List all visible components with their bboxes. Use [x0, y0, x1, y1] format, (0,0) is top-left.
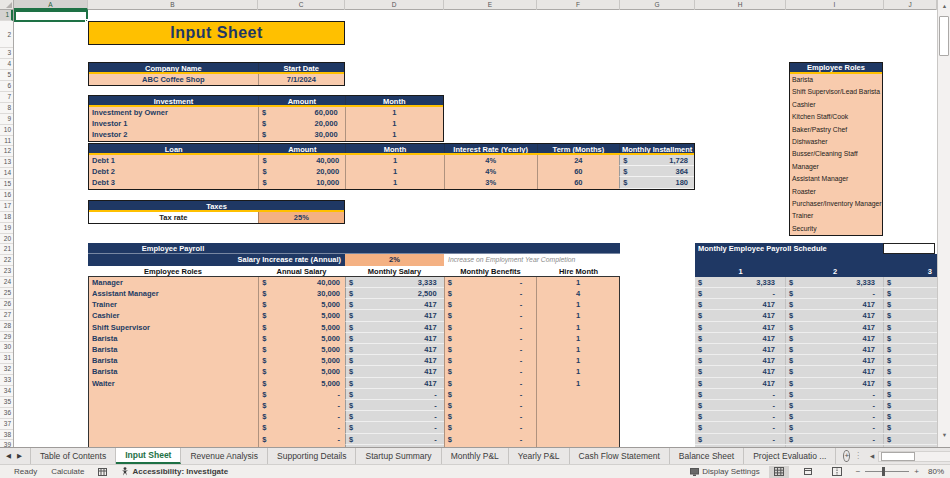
- horizontal-scroll-track[interactable]: [878, 451, 950, 462]
- schedule-month2-cell[interactable]: $417: [786, 333, 884, 343]
- row-header[interactable]: 37: [0, 419, 13, 430]
- column-header[interactable]: I: [786, 0, 884, 10]
- monthly-benefits-column-header[interactable]: Monthly Benefits: [444, 266, 537, 276]
- month-2-header-cell[interactable]: 2: [786, 266, 884, 277]
- payroll-annual-cell[interactable]: $30,000: [258, 288, 345, 299]
- row-header[interactable]: 18: [0, 212, 13, 223]
- payroll-hire-month-cell[interactable]: 1: [536, 344, 619, 355]
- loan-term-cell[interactable]: 60: [537, 166, 620, 177]
- schedule-month2-cell[interactable]: $-: [786, 434, 884, 444]
- role-item-cell[interactable]: Manager: [790, 161, 882, 173]
- month-3-header-cell[interactable]: 3: [884, 266, 937, 277]
- schedule-month2-cell[interactable]: $417: [786, 299, 884, 309]
- scroll-up-icon[interactable]: ▲: [938, 0, 950, 13]
- payroll-hire-month-cell[interactable]: [536, 389, 619, 400]
- payroll-role-cell[interactable]: Cashier: [89, 310, 258, 321]
- loan-header-cell[interactable]: Loan: [89, 144, 258, 153]
- payroll-annual-cell[interactable]: $5,000: [258, 355, 345, 366]
- payroll-hire-month-cell[interactable]: [536, 411, 619, 422]
- schedule-month3-cell[interactable]: $: [884, 344, 937, 354]
- schedule-month1-cell[interactable]: $417: [695, 299, 786, 309]
- payroll-hire-month-cell[interactable]: 1: [536, 310, 619, 321]
- column-header[interactable]: G: [620, 0, 695, 10]
- row-header[interactable]: 35: [0, 397, 13, 408]
- schedule-month1-cell[interactable]: $3,333: [695, 277, 786, 287]
- row-header[interactable]: 4: [0, 59, 13, 70]
- row-header[interactable]: 24: [0, 277, 13, 288]
- schedule-month3-cell[interactable]: $: [884, 411, 937, 421]
- payroll-hire-month-cell[interactable]: [536, 400, 619, 411]
- payroll-role-cell[interactable]: [89, 400, 258, 411]
- schedule-month3-cell[interactable]: $: [884, 434, 937, 444]
- taxes-header-cell[interactable]: Taxes: [89, 201, 344, 210]
- payroll-annual-cell[interactable]: $-: [258, 389, 345, 400]
- column-header[interactable]: H: [695, 0, 786, 10]
- row-header[interactable]: 38: [0, 430, 13, 441]
- payroll-benefits-cell[interactable]: $-: [444, 389, 537, 400]
- payroll-benefits-cell[interactable]: $-: [444, 422, 537, 433]
- payroll-hire-month-cell[interactable]: 1: [536, 333, 619, 344]
- schedule-month3-cell[interactable]: $: [884, 389, 937, 399]
- payroll-benefits-cell[interactable]: $-: [444, 355, 537, 366]
- loan-term-cell[interactable]: 60: [537, 177, 620, 188]
- payroll-benefits-cell[interactable]: $-: [444, 322, 537, 333]
- schedule-month3-cell[interactable]: $: [884, 366, 937, 376]
- amount-header-cell[interactable]: Amount: [258, 96, 345, 105]
- schedule-month2-cell[interactable]: $417: [786, 366, 884, 376]
- tax-rate-value-cell[interactable]: 25%: [258, 212, 344, 223]
- investment-month-cell[interactable]: 1: [345, 107, 443, 118]
- vertical-scroll-thumb[interactable]: [939, 16, 949, 56]
- row-header[interactable]: 30: [0, 342, 13, 353]
- schedule-month3-cell[interactable]: $: [884, 277, 937, 287]
- payroll-benefits-cell[interactable]: $-: [444, 277, 537, 288]
- schedule-month3-cell[interactable]: $: [884, 355, 937, 365]
- row-header[interactable]: 13: [0, 157, 13, 168]
- schedule-month3-cell[interactable]: $: [884, 288, 937, 298]
- payroll-role-cell[interactable]: Manager: [89, 277, 258, 288]
- sheet-title-cell[interactable]: Input Sheet: [88, 21, 345, 45]
- payroll-monthly-cell[interactable]: $417: [345, 299, 444, 310]
- payroll-role-cell[interactable]: Barista: [89, 366, 258, 377]
- schedule-month3-cell[interactable]: $: [884, 422, 937, 432]
- payroll-annual-cell[interactable]: $40,000: [258, 277, 345, 288]
- payroll-benefits-cell[interactable]: $-: [444, 288, 537, 299]
- payroll-monthly-cell[interactable]: $417: [345, 366, 444, 377]
- loan-amount-cell[interactable]: $20,000: [258, 166, 345, 177]
- payroll-benefits-cell[interactable]: $-: [444, 333, 537, 344]
- interest-rate-header-cell[interactable]: Interest Rate (Yearly): [444, 144, 537, 153]
- salary-increase-label-cell[interactable]: Salary Increase rate (Annual): [88, 254, 345, 265]
- investment-amount-cell[interactable]: $20,000: [258, 118, 345, 129]
- payroll-hire-month-cell[interactable]: 4: [536, 288, 619, 299]
- payroll-role-cell[interactable]: Shift Supervisor: [89, 322, 258, 333]
- row-header[interactable]: 17: [0, 201, 13, 212]
- role-item-cell[interactable]: Busser/Cleaning Staff: [790, 148, 882, 160]
- row-header[interactable]: 16: [0, 190, 13, 201]
- salary-increase-value-cell[interactable]: 2%: [345, 254, 444, 265]
- row-header[interactable]: 22: [0, 255, 13, 266]
- schedule-month1-cell[interactable]: $-: [695, 422, 786, 432]
- payroll-monthly-cell[interactable]: $417: [345, 378, 444, 389]
- payroll-annual-cell[interactable]: $5,000: [258, 344, 345, 355]
- loan-installment-cell[interactable]: $1,728: [619, 155, 694, 166]
- investment-amount-cell[interactable]: $30,000: [258, 129, 345, 140]
- payroll-annual-cell[interactable]: $-: [258, 400, 345, 411]
- sheet-tab[interactable]: Table of Contents: [30, 448, 116, 464]
- column-header[interactable]: C: [258, 0, 345, 10]
- investment-label-cell[interactable]: Investment by Owner: [89, 107, 258, 118]
- schedule-month3-cell[interactable]: $: [884, 310, 937, 320]
- tax-rate-label-cell[interactable]: Tax rate: [89, 212, 258, 223]
- row-header[interactable]: 7: [0, 92, 13, 103]
- scroll-left-icon[interactable]: ◀: [866, 450, 878, 463]
- scroll-down-icon[interactable]: ▼: [938, 429, 950, 442]
- row-header[interactable]: 1: [0, 10, 13, 21]
- payroll-monthly-cell[interactable]: $417: [345, 322, 444, 333]
- payroll-hire-month-cell[interactable]: [536, 422, 619, 433]
- schedule-month1-cell[interactable]: $-: [695, 411, 786, 421]
- payroll-annual-cell[interactable]: $-: [258, 411, 345, 422]
- row-header[interactable]: 32: [0, 364, 13, 375]
- row-header[interactable]: 10: [0, 125, 13, 136]
- payroll-monthly-cell[interactable]: $417: [345, 310, 444, 321]
- payroll-annual-cell[interactable]: $5,000: [258, 299, 345, 310]
- payroll-monthly-cell[interactable]: $-: [345, 389, 444, 400]
- role-item-cell[interactable]: Roaster: [790, 186, 882, 198]
